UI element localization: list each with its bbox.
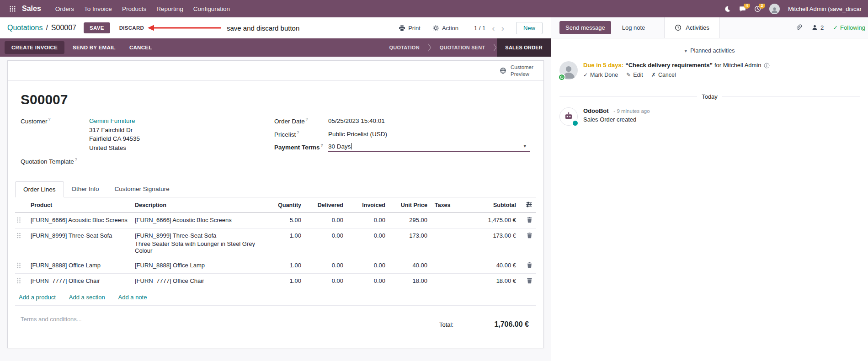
cell-delivered[interactable]: 0.00 xyxy=(305,258,347,273)
tab-order-lines[interactable]: Order Lines xyxy=(15,181,64,197)
odoobot-avatar[interactable] xyxy=(559,107,578,126)
cell-description[interactable]: [FURN_8888] Office Lamp xyxy=(131,258,263,273)
cell-quantity[interactable]: 1.00 xyxy=(263,273,305,289)
cell-taxes[interactable] xyxy=(431,273,464,289)
cell-invoiced[interactable]: 0.00 xyxy=(347,228,389,258)
order-date-field[interactable]: 05/25/2023 15:40:01 xyxy=(328,117,530,126)
menu-configuration[interactable]: Configuration xyxy=(188,1,235,16)
terms-placeholder[interactable]: Terms and conditions... xyxy=(21,316,82,323)
pager-next-icon[interactable]: › xyxy=(501,24,504,32)
order-line-row[interactable]: [FURN_8999] Three-Seat Sofa [FURN_8999] … xyxy=(15,228,536,258)
followers-button[interactable]: 2 xyxy=(811,24,824,31)
dropdown-caret-icon[interactable]: ▾ xyxy=(523,143,526,149)
cell-unit-price[interactable]: 18.00 xyxy=(389,273,431,289)
cell-invoiced[interactable]: 0.00 xyxy=(347,258,389,273)
cell-delivered[interactable]: 0.00 xyxy=(305,228,347,258)
send-message-button[interactable]: Send message xyxy=(559,21,611,34)
activities-tab[interactable]: Activities xyxy=(664,17,719,38)
cell-unit-price[interactable]: 40.00 xyxy=(389,258,431,273)
delete-line-icon[interactable] xyxy=(527,217,533,223)
cell-taxes[interactable] xyxy=(431,212,464,228)
cell-quantity[interactable]: 5.00 xyxy=(263,212,305,228)
cell-invoiced[interactable]: 0.00 xyxy=(347,273,389,289)
cell-quantity[interactable]: 1.00 xyxy=(263,228,305,258)
customer-link[interactable]: Gemini Furniture xyxy=(89,117,135,124)
cell-product[interactable]: [FURN_8888] Office Lamp xyxy=(27,258,131,273)
order-line-row[interactable]: [FURN_8888] Office Lamp [FURN_8888] Offi… xyxy=(15,258,536,273)
cancel-button[interactable]: CANCEL xyxy=(124,42,158,53)
cell-taxes[interactable] xyxy=(431,258,464,273)
cell-delivered[interactable]: 0.00 xyxy=(305,212,347,228)
mark-done-button[interactable]: ✓Mark Done xyxy=(583,72,618,78)
cancel-activity-button[interactable]: ✗Cancel xyxy=(651,72,676,78)
cell-unit-price[interactable]: 295.00 xyxy=(389,212,431,228)
cell-description[interactable]: [FURN_6666] Acoustic Bloc Screens xyxy=(131,212,263,228)
menu-products[interactable]: Products xyxy=(117,1,151,16)
drag-handle-icon[interactable] xyxy=(16,277,27,284)
col-invoiced[interactable]: Invoiced xyxy=(347,197,389,213)
drag-handle-icon[interactable] xyxy=(16,232,27,239)
planned-activities-header[interactable]: ▾ Planned activities xyxy=(559,48,861,54)
discard-button[interactable]: DISCARD xyxy=(116,23,148,33)
dark-mode-moon-icon[interactable] xyxy=(724,5,731,12)
add-section-link[interactable]: Add a section xyxy=(69,294,105,301)
stage-sales-order[interactable]: SALES ORDER xyxy=(497,38,551,57)
payment-terms-field[interactable]: 30 Days ▾ xyxy=(328,143,530,152)
drag-handle-icon[interactable] xyxy=(16,262,27,269)
delete-line-icon[interactable] xyxy=(527,232,533,239)
edit-activity-button[interactable]: ✎Edit xyxy=(626,72,643,78)
col-product[interactable]: Product xyxy=(27,197,131,213)
app-name[interactable]: Sales xyxy=(22,5,41,13)
col-taxes[interactable]: Taxes xyxy=(431,197,464,213)
create-invoice-button[interactable]: CREATE INVOICE xyxy=(5,41,64,54)
new-button[interactable]: New xyxy=(516,22,543,34)
cell-invoiced[interactable]: 0.00 xyxy=(347,212,389,228)
activity-avatar[interactable] xyxy=(559,61,578,80)
action-button[interactable]: Action xyxy=(432,25,458,32)
col-quantity[interactable]: Quantity xyxy=(263,197,305,213)
customer-preview-button[interactable]: Customer Preview xyxy=(492,61,543,80)
apps-grid-icon[interactable] xyxy=(6,5,18,12)
print-button[interactable]: Print xyxy=(399,25,421,32)
menu-reporting[interactable]: Reporting xyxy=(151,1,188,16)
col-subtotal[interactable]: Subtotal xyxy=(464,197,520,213)
col-unit-price[interactable]: Unit Price xyxy=(389,197,431,213)
breadcrumb-quotations[interactable]: Quotations xyxy=(7,24,43,32)
pager-prev-icon[interactable]: ‹ xyxy=(492,24,495,32)
save-button[interactable]: SAVE xyxy=(84,22,110,33)
pricelist-field[interactable]: Public Pricelist (USD) xyxy=(328,130,530,139)
tab-customer-signature[interactable]: Customer Signature xyxy=(107,181,177,197)
send-by-email-button[interactable]: SEND BY EMAIL xyxy=(67,42,121,53)
cell-description[interactable]: [FURN_7777] Office Chair xyxy=(131,273,263,289)
optional-columns-icon[interactable] xyxy=(526,201,533,208)
message-author[interactable]: OdooBot xyxy=(583,107,609,114)
delete-line-icon[interactable] xyxy=(527,262,533,268)
tab-other-info[interactable]: Other Info xyxy=(64,181,107,197)
cell-description[interactable]: [FURN_8999] Three-Seat SofaThree Seater … xyxy=(131,228,263,258)
menu-orders[interactable]: Orders xyxy=(50,1,79,16)
cell-quantity[interactable]: 1.00 xyxy=(263,258,305,273)
menu-to-invoice[interactable]: To Invoice xyxy=(79,1,117,16)
stage-quotation[interactable]: QUOTATION xyxy=(381,38,428,57)
activities-clock-icon[interactable]: 2 xyxy=(754,5,761,12)
cell-product[interactable]: [FURN_7777] Office Chair xyxy=(27,273,131,289)
order-line-row[interactable]: [FURN_6666] Acoustic Bloc Screens [FURN_… xyxy=(15,212,536,228)
cell-product[interactable]: [FURN_8999] Three-Seat Sofa xyxy=(27,228,131,258)
cell-unit-price[interactable]: 173.00 xyxy=(389,228,431,258)
col-delivered[interactable]: Delivered xyxy=(305,197,347,213)
info-icon[interactable] xyxy=(764,63,770,69)
add-note-link[interactable]: Add a note xyxy=(118,294,147,301)
log-note-button[interactable]: Log note xyxy=(622,24,645,31)
cell-delivered[interactable]: 0.00 xyxy=(305,273,347,289)
following-button[interactable]: ✓ Following xyxy=(833,24,865,31)
stage-quotation-sent[interactable]: QUOTATION SENT xyxy=(431,38,494,57)
user-avatar[interactable] xyxy=(769,4,780,14)
col-description[interactable]: Description xyxy=(131,197,263,213)
cell-product[interactable]: [FURN_6666] Acoustic Bloc Screens xyxy=(27,212,131,228)
user-menu[interactable]: Mitchell Admin (save_discar xyxy=(788,5,862,12)
order-line-row[interactable]: [FURN_7777] Office Chair [FURN_7777] Off… xyxy=(15,273,536,289)
add-product-link[interactable]: Add a product xyxy=(19,294,56,301)
delete-line-icon[interactable] xyxy=(527,277,533,284)
drag-handle-icon[interactable] xyxy=(16,217,27,223)
attachment-paperclip-icon[interactable] xyxy=(795,24,802,31)
